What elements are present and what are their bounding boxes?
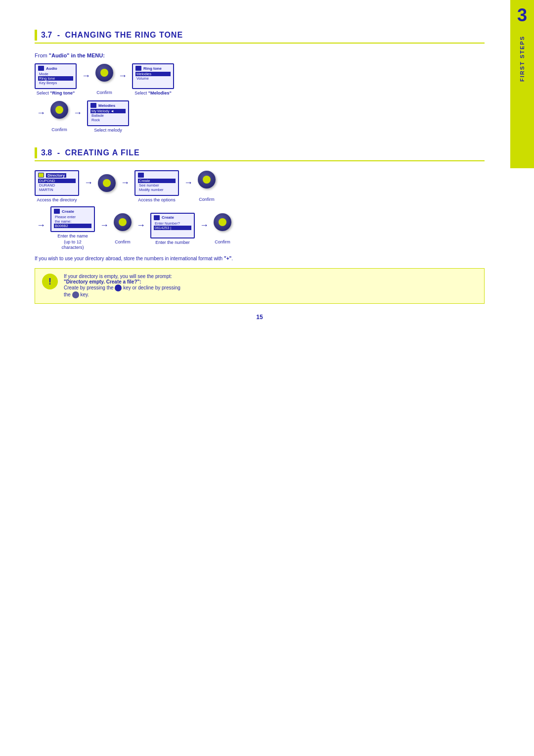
number-value: 0614253 | [154, 226, 191, 230]
label-38-confirm1: Confirm [199, 197, 215, 202]
confirm-button-1[interactable] [95, 64, 113, 82]
note-text: If you wish to use your directory abroad… [35, 255, 485, 262]
label-enter-number: Enter the number [155, 240, 190, 245]
option-see-number: See number [138, 183, 176, 188]
section-38-accent [35, 147, 37, 158]
label-confirm-1: Confirm [96, 90, 112, 95]
warning-line1: If your directory is empty, you will see… [64, 274, 172, 279]
ringtone-item-melodies: Melodies [135, 72, 171, 76]
arrow-38-6: → [136, 220, 145, 231]
step-row-38-1: Directory DUPOND DURAND MARTIN Access th… [35, 170, 485, 202]
section-37: 3.7 - CHANGING THE RING TONE From "Audio… [35, 30, 485, 133]
name-please-enter: Please enter [54, 215, 91, 219]
label-select-melody: Select melody [94, 128, 122, 133]
step-row-37-2: → Confirm → Melodies My Melody ◄ Ballade [35, 100, 485, 133]
name-value: B006B2 [54, 224, 91, 228]
step-unit-options-screen: Create See number Modify number Access t… [134, 170, 179, 202]
sidebar-tab: 3 FIRST STEPS [510, 0, 534, 168]
section-37-number: 3.7 [41, 31, 52, 40]
label-enter-name: Enter the name (up to 12 characters) [57, 234, 88, 251]
option-create: Create [138, 179, 176, 183]
warning-line6: key. [80, 292, 89, 297]
name-the-name: the name: [54, 219, 91, 224]
label-select-melodies: Select "Melodies" [134, 91, 172, 95]
step-unit-38-btn3: Confirm [114, 213, 132, 244]
step-unit-ringtone-screen: Ring tone Melodies Volume Select "Melodi… [132, 63, 174, 95]
step-row-38-2: → Create Please enter the name: B006B2 E… [35, 206, 485, 251]
warning-line3: Create by pressing the [64, 285, 115, 290]
step-unit-confirm-btn-1: Confirm [95, 64, 113, 95]
label-38-confirm3: Confirm [215, 239, 230, 244]
melodies-screen: Melodies My Melody ◄ Ballade Rock [87, 100, 129, 126]
melodies-item-ballade: Ballade [90, 113, 126, 118]
directory-screen: Directory DUPOND DURAND MARTIN [35, 170, 79, 196]
button-38-2[interactable] [198, 171, 216, 189]
dir-item-dupond: DUPOND [38, 179, 76, 183]
step-unit-melodies-screen: Melodies My Melody ◄ Ballade Rock Select… [87, 100, 129, 133]
step-unit-audio-screen: Audio Mode Ring tone Key Beeps Select "R… [35, 63, 77, 95]
warning-line2: "Directory empty. Create a file?": [64, 279, 141, 284]
label-access-directory: Access the directory [37, 197, 77, 202]
options-screen: Create See number Modify number [134, 170, 179, 196]
step-unit-38-btn1 [98, 174, 116, 199]
step-unit-confirm-btn-2: Confirm [50, 101, 68, 132]
label-select-ring: Select "Ring tone" [37, 91, 75, 95]
button-38-4[interactable] [214, 213, 231, 231]
from-text: From "Audio" in the MENU: [35, 52, 485, 58]
label-38-confirm2: Confirm [115, 239, 131, 244]
main-content: 3.7 - CHANGING THE RING TONE From "Audio… [35, 30, 494, 321]
warning-line4: key or decline by pressing [123, 285, 180, 290]
label-confirm-2: Confirm [51, 127, 67, 132]
section-37-title: CHANGING THE RING TONE [65, 31, 183, 40]
arrow-4: → [73, 108, 82, 118]
number-enter-prompt: Enter Number? [154, 221, 191, 226]
section-37-header: 3.7 - CHANGING THE RING TONE [35, 30, 485, 44]
sidebar-label: FIRST STEPS [519, 36, 525, 82]
from-rest: in the MENU: [69, 52, 105, 58]
number-screen: Create Enter Number? 0614253 | [150, 213, 195, 238]
arrow-38-4: → [37, 220, 45, 231]
audio-screen: Audio Mode Ring tone Key Beeps [35, 63, 77, 89]
melodies-item-rock: Rock [90, 118, 126, 122]
arrow-1: → [82, 71, 90, 81]
confirm-button-2[interactable] [50, 101, 68, 119]
sidebar-number: 3 [517, 5, 527, 26]
warning-icon: ! [42, 274, 58, 289]
arrow-38-7: → [200, 220, 209, 231]
melodies-item-mymelody: My Melody ◄ [90, 109, 126, 113]
arrow-38-2: → [121, 178, 130, 188]
section-38-dash: - [55, 148, 62, 157]
step-unit-directory-screen: Directory DUPOND DURAND MARTIN Access th… [35, 170, 79, 202]
warning-text: If your directory is empty, you will see… [64, 274, 180, 298]
name-screen: Create Please enter the name: B006B2 [50, 206, 95, 232]
arrow-3: → [37, 108, 45, 118]
section-38: 3.8 - CREATING A FILE Directory DUPOND D… [35, 147, 485, 304]
step-unit-38-btn4: Confirm [214, 213, 231, 244]
warning-box: ! If your directory is empty, you will s… [35, 268, 485, 304]
label-access-options: Access the options [138, 197, 176, 202]
audio-item-mode: Mode [38, 72, 73, 76]
dir-item-martin: MARTIN [38, 188, 76, 192]
option-modify: Modify number [138, 188, 176, 192]
dir-item-durand: DURAND [38, 183, 76, 188]
step-unit-name-screen: Create Please enter the name: B006B2 Ent… [50, 206, 95, 251]
step-unit-38-btn2: Confirm [198, 171, 216, 202]
arrow-38-3: → [184, 178, 193, 188]
button-38-3[interactable] [114, 213, 132, 231]
warning-green-key [115, 284, 122, 291]
audio-item-keybeeps: Key Beeps [38, 81, 73, 85]
arrow-38-5: → [100, 220, 109, 231]
step-row-37-1: Audio Mode Ring tone Key Beeps Select "R… [35, 63, 485, 95]
warning-line5: the [64, 292, 72, 297]
step-unit-number-screen: Create Enter Number? 0614253 | Enter the… [150, 213, 195, 245]
from-bold: "Audio" [49, 52, 70, 58]
ringtone-screen: Ring tone Melodies Volume [132, 63, 174, 89]
section-38-number: 3.8 [41, 148, 52, 157]
button-38-1[interactable] [98, 174, 116, 192]
section-37-dash: - [55, 31, 62, 40]
page-number: 15 [35, 314, 485, 321]
section-accent [35, 30, 37, 41]
arrow-2: → [118, 71, 127, 81]
ringtone-item-volume: Volume [135, 76, 171, 81]
warning-red-key [72, 291, 79, 298]
